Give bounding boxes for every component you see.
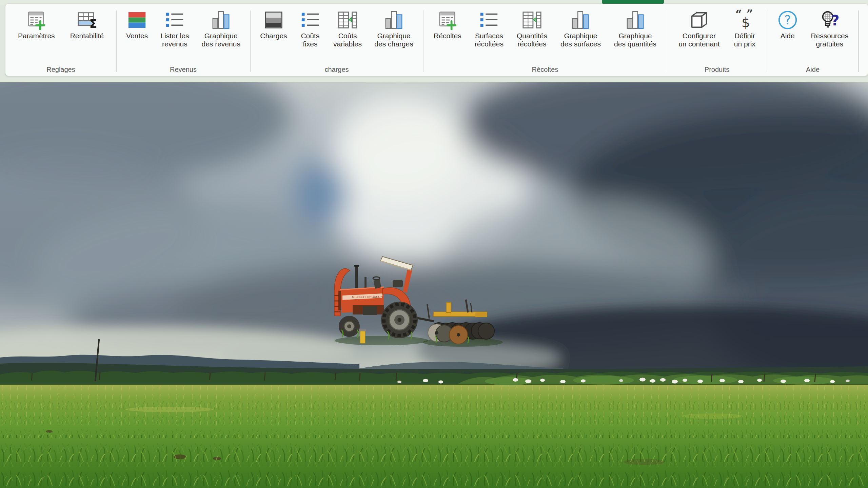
button-label: Rentabilité <box>70 32 104 40</box>
button-label: Définir un prix <box>734 32 755 48</box>
svg-text:“: “ <box>735 9 742 21</box>
ribbon-group-revenus: Ventes Lister les revenus <box>116 4 250 76</box>
tractor-brand-text: MASSEY FERGUSON <box>352 295 383 299</box>
button-label: Quantités récoltées <box>517 32 547 48</box>
button-label: Graphique des surfaces <box>560 32 601 48</box>
button-label: Graphique des quantités <box>614 32 656 48</box>
recoltes-button[interactable]: Récoltes <box>431 8 464 41</box>
bar-chart-icon <box>625 9 646 30</box>
bullet-list-icon <box>164 9 185 30</box>
svg-text:?: ? <box>784 13 791 27</box>
group-label: Aide <box>767 66 859 76</box>
ribbon-group-produits: Configurer un contenant “ ” $ Définir un… <box>667 4 767 76</box>
charges-button[interactable]: Charges <box>257 8 290 41</box>
active-tab-indicator[interactable] <box>602 0 664 4</box>
grass-texture-foreground <box>0 435 868 488</box>
button-label: Aide <box>781 32 795 40</box>
ribbon: Paramètres Σ Rentabilité Reglages <box>5 4 868 76</box>
button-label: Ressources gratuites <box>811 32 848 48</box>
button-label: Coûts variables <box>333 32 362 48</box>
group-label: Produits <box>667 66 767 76</box>
bar-chart-icon <box>211 9 232 30</box>
ribbon-group-charges: Charges Coûts fixes <box>250 4 423 76</box>
table-arrow-icon <box>521 9 542 30</box>
color-stack-icon <box>126 9 147 30</box>
group-label: Reglages <box>5 66 116 76</box>
button-label: Récoltes <box>434 32 461 40</box>
bullet-list-icon <box>300 9 321 30</box>
graphique-charges-button[interactable]: Graphique des charges <box>372 8 416 48</box>
svg-text:$: $ <box>742 15 750 30</box>
button-label: Graphique des charges <box>374 32 413 48</box>
couts-fixes-button[interactable]: Coûts fixes <box>297 8 323 48</box>
bullet-list-icon <box>478 9 499 30</box>
rentabilite-button[interactable]: Σ Rentabilité <box>67 8 106 41</box>
surfaces-recoltees-button[interactable]: Surfaces récoltées <box>472 8 506 48</box>
graphique-surfaces-button[interactable]: Graphique des surfaces <box>558 8 604 48</box>
svg-text:?: ? <box>831 12 840 29</box>
spreadsheet-add-icon <box>437 9 458 30</box>
button-label: Configurer un contenant <box>678 32 719 48</box>
button-label: Lister les revenus <box>160 32 189 48</box>
bar-chart-icon <box>383 9 405 30</box>
group-label: Récoltes <box>423 66 667 76</box>
table-arrow-icon <box>337 9 358 30</box>
button-label: Paramètres <box>18 32 55 40</box>
gray-stack-icon <box>263 9 284 30</box>
bulb-question-icon: ? <box>819 9 840 30</box>
help-circle-icon: ? <box>777 9 798 30</box>
quote-dollar-icon: “ ” $ <box>734 9 755 30</box>
ribbon-group-aide: ? Aide ? Ressources gratuites <box>767 4 859 76</box>
ventes-button[interactable]: Ventes <box>123 8 151 41</box>
configurer-contenant-button[interactable]: Configurer un contenant <box>676 8 722 48</box>
button-label: Surfaces récoltées <box>475 32 504 48</box>
button-label: Coûts fixes <box>301 32 319 48</box>
ribbon-group-recoltes: Récoltes Surfaces récoltées <box>423 4 667 76</box>
button-label: Graphique des revenus <box>202 32 240 48</box>
svg-text:Σ: Σ <box>90 17 97 30</box>
group-label: Revenus <box>116 66 250 76</box>
graphique-quantites-button[interactable]: Graphique des quantités <box>611 8 659 48</box>
parametres-button[interactable]: Paramètres <box>15 8 58 41</box>
ressources-gratuites-button[interactable]: ? Ressources gratuites <box>808 8 851 48</box>
button-label: Ventes <box>126 32 148 40</box>
couts-variables-button[interactable]: Coûts variables <box>331 8 364 48</box>
bar-chart-icon <box>570 9 591 30</box>
spreadsheet-add-icon <box>26 9 47 30</box>
definir-prix-button[interactable]: “ ” $ Définir un prix <box>731 8 758 48</box>
quantites-recoltees-button[interactable]: Quantités récoltées <box>514 8 550 48</box>
group-label: charges <box>250 66 423 76</box>
table-sigma-icon: Σ <box>76 9 97 30</box>
ribbon-group-reglages: Paramètres Σ Rentabilité Reglages <box>5 4 116 76</box>
lister-revenus-button[interactable]: Lister les revenus <box>158 8 192 48</box>
sky <box>0 82 868 394</box>
cube-icon <box>689 9 710 30</box>
field-photo: MASSEY FERGUSON <box>0 82 868 488</box>
button-label: Charges <box>260 32 287 40</box>
aide-button[interactable]: ? Aide <box>774 8 801 41</box>
graphique-revenus-button[interactable]: Graphique des revenus <box>199 8 243 48</box>
ribbon-filler <box>859 4 868 76</box>
